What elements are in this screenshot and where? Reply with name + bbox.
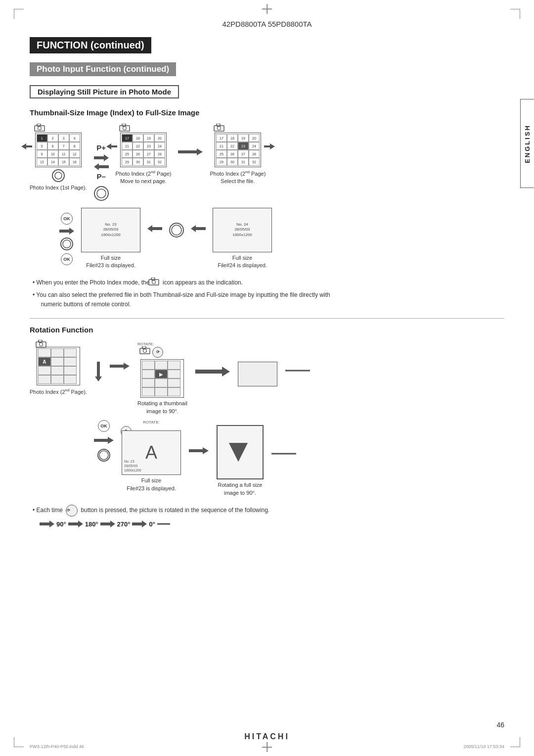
rot-caption-1: Photo Index (2nd Page). bbox=[30, 387, 87, 396]
camera-icon-rot2 bbox=[139, 346, 150, 356]
corner-bl bbox=[14, 737, 24, 747]
svg-marker-40 bbox=[68, 520, 83, 527]
svg-rect-31 bbox=[142, 346, 146, 349]
seq-180: 180° bbox=[85, 520, 98, 528]
photo-index-2nd-a: 17 18 19 20 21 22 23 24 25 26 27 28 bbox=[116, 124, 172, 185]
section-subtitle: Photo Input Function (continued) bbox=[30, 62, 176, 76]
svg-rect-14 bbox=[217, 124, 220, 126]
side-tab-label: ENGLISH bbox=[524, 124, 531, 163]
camera-icon-3 bbox=[214, 124, 224, 134]
camera-icon-1 bbox=[34, 124, 45, 134]
svg-marker-6 bbox=[94, 163, 109, 170]
ok-circle-rot: OK bbox=[98, 420, 110, 432]
rot-thumbnail: ROTATE: ⟳ bbox=[137, 342, 187, 415]
rot-right-placeholder bbox=[238, 362, 277, 386]
svg-marker-21 bbox=[191, 225, 206, 232]
rot-thumb-grid: ▶ bbox=[140, 359, 184, 398]
svg-marker-5 bbox=[94, 154, 109, 161]
dial-rot bbox=[97, 449, 110, 462]
arrow-left-full-2 bbox=[191, 225, 206, 232]
seq-start-arrow bbox=[40, 520, 54, 527]
svg-marker-29 bbox=[110, 363, 130, 370]
ok-circle-2: OK bbox=[61, 253, 73, 265]
footer-left: PW3-12th-P40-P50.indd 46 bbox=[30, 744, 84, 749]
svg-marker-42 bbox=[132, 520, 147, 527]
arrow-right-ok bbox=[59, 228, 74, 235]
full-size-caption-2: Full sizeFile#24 is displayed. bbox=[218, 254, 267, 270]
page: ENGLISH 42PD8800TA 55PD8800TA FUNCTION (… bbox=[0, 0, 534, 756]
full-size-1: No. 2328/05/031600x1200 Full sizeFile#23… bbox=[81, 208, 140, 270]
photo-index-grid-2a: 17 18 19 20 21 22 23 24 25 26 27 28 bbox=[120, 133, 167, 167]
svg-point-7 bbox=[97, 189, 106, 198]
svg-point-20 bbox=[172, 225, 181, 235]
dial-1 bbox=[52, 169, 65, 182]
side-tab: ENGLISH bbox=[520, 99, 534, 188]
full-size-info-1: No. 2328/05/031600x1200 bbox=[101, 222, 121, 237]
arrow-left-1 bbox=[21, 142, 32, 151]
svg-marker-37 bbox=[189, 447, 209, 454]
full-size-info-2: No. 2428/05/031600x1200 bbox=[232, 222, 252, 237]
pm-label: P– bbox=[96, 172, 105, 181]
svg-marker-12 bbox=[178, 148, 203, 155]
photo-index-grid-2b: 17 18 19 20 21 22 23 24 25 26 27 28 bbox=[215, 133, 261, 167]
svg-marker-33 bbox=[195, 367, 230, 377]
rot-photo-index: A Photo Index (2nd Page). bbox=[30, 342, 87, 396]
svg-point-32 bbox=[143, 349, 147, 353]
seq-arrow-end bbox=[157, 520, 170, 527]
crosshair-top bbox=[262, 4, 272, 14]
svg-rect-1 bbox=[37, 124, 41, 126]
sequence-bullet: • Each time ⟳ button is pressed, the pic… bbox=[30, 505, 504, 517]
svg-marker-16 bbox=[264, 143, 275, 149]
corner-tl bbox=[14, 9, 24, 19]
arrow-up-rot bbox=[95, 362, 102, 381]
big-arrow-rot bbox=[195, 367, 230, 377]
rot-fullsize-caption: Full sizeFile#23 is displayed. bbox=[127, 477, 176, 492]
full-size-box-1: No. 2328/05/031600x1200 bbox=[81, 208, 140, 252]
bullet-2: • You can also select the preferred file… bbox=[30, 290, 504, 309]
rot-fullsize-box: A No. 2328/05/031600x1200 bbox=[122, 430, 181, 475]
arrow-left-full bbox=[147, 225, 162, 232]
arrow-cont-right-2 bbox=[271, 451, 296, 457]
svg-point-15 bbox=[217, 127, 221, 130]
rotate-label-1: ROTATE: bbox=[137, 342, 187, 346]
svg-rect-9 bbox=[122, 124, 126, 126]
pp-label: P+ bbox=[96, 143, 106, 152]
svg-point-2 bbox=[38, 127, 41, 130]
dial-2 bbox=[60, 237, 73, 250]
corner-tr bbox=[510, 9, 520, 19]
svg-point-18 bbox=[63, 240, 71, 248]
bullet-1: • When you enter the Photo Index mode, t… bbox=[30, 278, 504, 288]
seq-270: 270° bbox=[117, 520, 131, 528]
caption-1: Photo Index (1st Page). bbox=[30, 184, 87, 191]
svg-marker-28 bbox=[95, 362, 102, 381]
arrow-right-rot-full bbox=[189, 447, 209, 454]
svg-marker-3 bbox=[21, 143, 32, 149]
arrow-left-2 bbox=[94, 163, 109, 170]
crosshair-bottom bbox=[262, 742, 272, 752]
arrow-cont-right bbox=[285, 368, 310, 374]
dial-center-2 bbox=[169, 223, 184, 237]
svg-marker-11 bbox=[106, 143, 117, 149]
rot-full-caption: Rotating a full sizeimage to 90°. bbox=[218, 481, 263, 497]
rotation-title: Rotation Function bbox=[30, 326, 504, 334]
full-size-box-2: No. 2428/05/031600x1200 bbox=[213, 208, 272, 252]
caption-2b: Photo Index (2nd Page)Select the file. bbox=[210, 169, 266, 185]
rotate-label-2: ROTATE: bbox=[143, 420, 159, 425]
displaying-title: Displaying Still Picture in Photo Mode bbox=[30, 85, 179, 98]
footer-right: 2005/11/10 17:53:34 bbox=[463, 744, 504, 749]
arrow-left-4 bbox=[264, 142, 275, 151]
seq-0: 0° bbox=[149, 520, 155, 528]
rotate-icon-1: ⟳ bbox=[152, 346, 163, 358]
svg-marker-19 bbox=[147, 225, 162, 232]
photo-index-2nd-b: 17 18 19 20 21 22 23 24 25 26 27 28 bbox=[210, 124, 266, 185]
thumbnail-to-fullsize-diagram: 1 2 3 4 5 6 7 8 9 10 11 12 13 bbox=[30, 124, 504, 270]
svg-point-4 bbox=[55, 172, 62, 179]
arrow-right-rot-1 bbox=[110, 363, 130, 370]
arrow-right-big bbox=[178, 148, 203, 155]
seq-arrow-2 bbox=[68, 520, 83, 527]
svg-marker-35 bbox=[94, 437, 114, 444]
svg-rect-26 bbox=[39, 340, 42, 342]
arrow-right-rot-ok bbox=[94, 437, 114, 444]
rot-result-box: ▶ bbox=[217, 425, 264, 479]
section-title: FUNCTION (continued) bbox=[30, 37, 151, 53]
